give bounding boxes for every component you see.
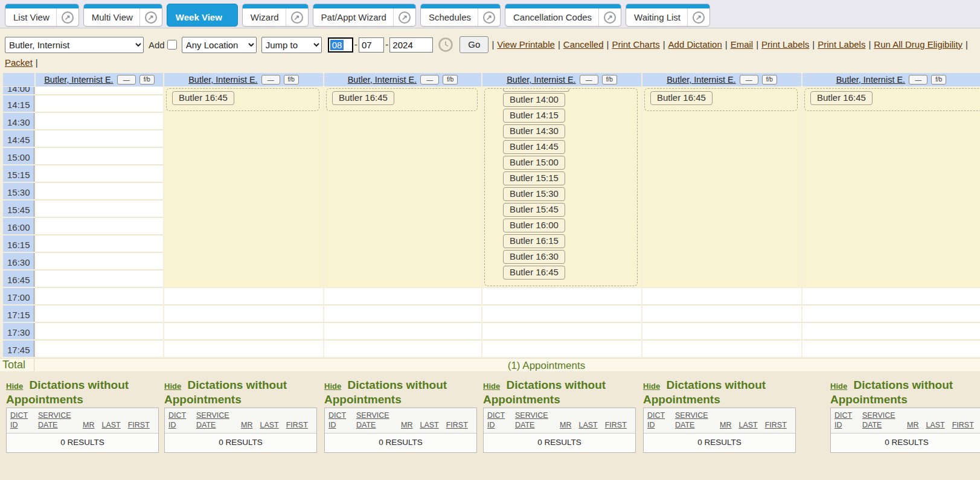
- open-new-window-button[interactable]: ↗: [687, 8, 709, 26]
- tab[interactable]: Pat/Appt Wizard ↗: [313, 4, 416, 27]
- column-sort-link[interactable]: DICT ID: [647, 411, 668, 430]
- column-sort-link[interactable]: DICT ID: [328, 411, 349, 430]
- hide-link[interactable]: Hide: [6, 382, 23, 391]
- column-sort-link[interactable]: LAST: [578, 420, 597, 430]
- column-sort-link[interactable]: MR: [907, 420, 918, 430]
- appointment-slot-button[interactable]: Butler 14:15: [503, 109, 565, 123]
- appointment-slot-button[interactable]: Butler 16:45: [332, 91, 394, 105]
- column-sort-link[interactable]: MR: [720, 420, 731, 430]
- date-day-field[interactable]: 07: [359, 37, 384, 53]
- fb-button[interactable]: f/b: [443, 75, 458, 85]
- open-new-window-button[interactable]: ↗: [286, 8, 308, 26]
- appointment-slot-button[interactable]: Butler 15:00: [503, 156, 565, 170]
- column-sort-link[interactable]: SERVICE DATE: [862, 411, 900, 430]
- tab[interactable]: Multi View ↗: [83, 4, 162, 27]
- column-sort-link[interactable]: DICT ID: [487, 411, 508, 430]
- open-new-window-button[interactable]: ↗: [598, 8, 621, 26]
- date-year-field[interactable]: 2024: [389, 37, 433, 53]
- column-sort-link[interactable]: MR: [560, 420, 571, 430]
- column-sort-link[interactable]: MR: [83, 420, 94, 430]
- column-sort-link[interactable]: MR: [241, 420, 252, 430]
- hide-link[interactable]: Hide: [483, 382, 500, 391]
- open-new-window-button[interactable]: ↗: [139, 8, 162, 26]
- toolbar-link[interactable]: Print Charts: [612, 39, 659, 50]
- fb-button[interactable]: f/b: [931, 75, 946, 85]
- provider-link[interactable]: Butler, Internist E.: [836, 75, 905, 85]
- hide-link[interactable]: Hide: [324, 382, 341, 391]
- appointment-slot-button[interactable]: Butler 16:30: [503, 250, 565, 264]
- appointment-slot-button[interactable]: Butler 14:30: [503, 124, 565, 138]
- provider-link[interactable]: Butler, Internist E.: [44, 75, 113, 85]
- tab[interactable]: Wizard ↗: [242, 4, 309, 27]
- provider-select[interactable]: Butler, Internist: [5, 37, 144, 53]
- toolbar-link[interactable]: Email: [731, 39, 754, 50]
- open-new-window-button[interactable]: ↗: [478, 8, 500, 26]
- provider-link[interactable]: Butler, Internist E.: [667, 75, 735, 85]
- minimize-column-button[interactable]: —: [420, 75, 439, 85]
- appointment-slot-button[interactable]: Butler 14:45: [503, 140, 565, 154]
- column-sort-link[interactable]: LAST: [420, 420, 438, 430]
- column-sort-link[interactable]: FIRST: [765, 420, 787, 430]
- provider-link[interactable]: Butler, Internist E.: [507, 75, 575, 85]
- column-sort-link[interactable]: LAST: [101, 420, 120, 430]
- appointment-slot-button[interactable]: Butler 16:00: [503, 219, 565, 232]
- toolbar-link[interactable]: Packet: [5, 57, 33, 68]
- column-sort-link[interactable]: MR: [401, 420, 412, 430]
- appointment-slot-button[interactable]: Butler 16:45: [503, 266, 565, 280]
- toolbar-link[interactable]: Add Dictation: [668, 39, 722, 50]
- appointment-slot-button[interactable]: Butler 16:15: [503, 234, 565, 248]
- appointment-slot-button[interactable]: Butler 14:00: [503, 93, 565, 107]
- appointment-slot-button[interactable]: Butler 16:45: [810, 91, 873, 105]
- date-month-field[interactable]: 08: [328, 37, 353, 53]
- column-sort-link[interactable]: SERVICE DATE: [38, 411, 75, 430]
- tab[interactable]: List View ↗: [5, 4, 79, 27]
- appointment-slot-button[interactable]: Butler 15:30: [503, 187, 565, 201]
- minimize-column-button[interactable]: —: [261, 75, 280, 85]
- provider-link[interactable]: Butler, Internist E.: [348, 75, 417, 85]
- appointment-slot-button-cut[interactable]: [503, 89, 569, 92]
- appointment-slot-button[interactable]: Butler 15:15: [503, 171, 565, 185]
- minimize-column-button[interactable]: —: [740, 75, 758, 85]
- jump-to-select[interactable]: Jump to: [261, 37, 322, 53]
- column-sort-link[interactable]: DICT ID: [168, 411, 189, 430]
- appointment-slot-button[interactable]: Butler 16:45: [172, 91, 234, 105]
- hide-link[interactable]: Hide: [643, 382, 660, 391]
- toolbar-link[interactable]: View Printable: [497, 39, 555, 50]
- toolbar-link[interactable]: Cancelled: [563, 39, 604, 50]
- go-button[interactable]: Go: [460, 36, 488, 53]
- column-sort-link[interactable]: FIRST: [605, 420, 627, 430]
- add-checkbox[interactable]: [167, 40, 177, 50]
- tab[interactable]: Waiting List ↗: [626, 4, 710, 27]
- column-sort-link[interactable]: SERVICE DATE: [196, 411, 234, 430]
- tab[interactable]: Cancellation Codes ↗: [505, 4, 621, 27]
- column-sort-link[interactable]: LAST: [926, 420, 944, 430]
- column-sort-link[interactable]: LAST: [738, 420, 757, 430]
- minimize-column-button[interactable]: —: [117, 75, 136, 85]
- column-sort-link[interactable]: FIRST: [952, 420, 974, 430]
- column-sort-link[interactable]: FIRST: [286, 420, 308, 430]
- column-sort-link[interactable]: DICT ID: [834, 411, 855, 430]
- date-picker-button[interactable]: [438, 37, 453, 53]
- toolbar-link[interactable]: Run All Drug Eligibility: [874, 39, 962, 50]
- column-sort-link[interactable]: SERVICE DATE: [515, 411, 552, 430]
- provider-link[interactable]: Butler, Internist E.: [188, 75, 257, 85]
- toolbar-link[interactable]: Print Labels: [818, 39, 865, 50]
- appointment-slot-button[interactable]: Butler 16:45: [650, 91, 713, 105]
- column-sort-link[interactable]: FIRST: [446, 420, 468, 430]
- column-sort-link[interactable]: SERVICE DATE: [675, 411, 713, 430]
- minimize-column-button[interactable]: —: [909, 75, 927, 85]
- column-sort-link[interactable]: FIRST: [128, 420, 150, 430]
- appointment-slot-button[interactable]: Butler 15:45: [503, 203, 565, 217]
- column-sort-link[interactable]: LAST: [260, 420, 278, 430]
- hide-link[interactable]: Hide: [830, 382, 847, 391]
- location-select[interactable]: Any Location: [182, 37, 257, 53]
- minimize-column-button[interactable]: —: [580, 75, 598, 85]
- column-sort-link[interactable]: SERVICE DATE: [356, 411, 394, 430]
- fb-button[interactable]: f/b: [762, 75, 777, 85]
- fb-button[interactable]: f/b: [602, 75, 617, 85]
- fb-button[interactable]: f/b: [284, 75, 299, 85]
- fb-button[interactable]: f/b: [139, 75, 155, 85]
- tab[interactable]: Schedules ↗: [420, 4, 501, 27]
- hide-link[interactable]: Hide: [164, 382, 181, 391]
- column-sort-link[interactable]: DICT ID: [10, 411, 31, 430]
